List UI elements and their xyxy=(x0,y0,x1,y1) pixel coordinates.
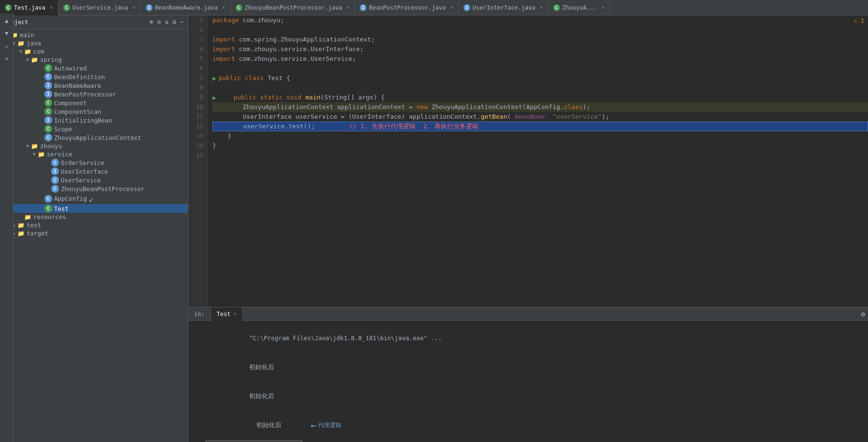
output-line-init1: 初始化后 xyxy=(206,353,863,382)
code-content[interactable]: package com.zhouyu; import com.spring.Zh… xyxy=(208,15,868,307)
bottom-output: "C:\Program Files\Java\jdk1.8.0_181\bin\… xyxy=(188,321,868,442)
tab-bpp[interactable]: I BeanPostProcessor.java × xyxy=(355,0,459,15)
code-line-10: ZhouyuApplicationContext applicationCont… xyxy=(212,102,868,112)
sidebar-icon-5[interactable]: − xyxy=(180,18,184,26)
sidebar-icon-4[interactable]: ⚙ xyxy=(172,18,176,26)
sidebar-item-test-folder[interactable]: ▶ 📁 test xyxy=(0,221,188,229)
label-spring: spring xyxy=(40,56,62,63)
tab-close-bna[interactable]: × xyxy=(222,4,225,11)
sidebar-item-zhouyu[interactable]: ▼ 📁 zhouyu xyxy=(0,142,188,150)
tab-zhouyubpp[interactable]: C ZhouyuBeanPostProcessor.java × xyxy=(231,0,355,15)
line-num-8: 8 xyxy=(188,83,203,93)
sidebar-item-com[interactable]: ▼ 📁 com xyxy=(0,47,188,55)
tab-icon-bna: I xyxy=(146,4,153,11)
tab-icon-test: C xyxy=(5,4,12,11)
sidebar-icon-1[interactable]: ⊕ xyxy=(150,18,154,26)
label-zhouyu: zhouyu xyxy=(40,142,62,150)
sidebar-item-java[interactable]: ▼ 📁 java xyxy=(0,39,188,47)
sidebar-item-orderservice[interactable]: C OrderService xyxy=(0,158,188,167)
sidebar-item-component[interactable]: C Component xyxy=(0,98,188,107)
file-icon-userservice: C xyxy=(51,176,59,184)
sidebar-item-appconfig[interactable]: C AppConfig ↙ xyxy=(0,193,188,204)
output-init2-text: 初始化后 xyxy=(249,392,274,400)
file-icon-beandef: C xyxy=(44,73,52,81)
tab-close-zapp[interactable]: × xyxy=(602,4,605,11)
tab-icon-userservice: C xyxy=(63,4,70,11)
tab-close-bpp[interactable]: × xyxy=(450,4,453,11)
tab-close-ui[interactable]: × xyxy=(540,4,543,11)
sidebar-item-bna[interactable]: I BeanNameAware xyxy=(0,81,188,90)
tab-close-test[interactable]: × xyxy=(50,4,53,11)
editor-area: ⚠ 1 1 2 3 4 5 6 7 8 9 10 11 12 13 14 15 xyxy=(188,15,868,442)
sidebar-item-main[interactable]: ▼ 📁 main xyxy=(0,31,188,39)
sidebar-item-zac[interactable]: C ZhouyuApplicationContext xyxy=(0,133,188,142)
line-num-6: 6 xyxy=(188,64,203,73)
sidebar-icon-2[interactable]: ≡ xyxy=(157,18,161,26)
folder-icon-service: 📁 xyxy=(38,151,45,158)
label-scope: Scope xyxy=(54,125,72,133)
sidebar-item-initbean[interactable]: I InitializingBean xyxy=(0,116,188,124)
tab-close-zhouyubpp[interactable]: × xyxy=(347,4,350,11)
file-icon-zbpp: C xyxy=(51,185,59,193)
label-zbpp: ZhouyuBeanPostProcessor xyxy=(61,185,144,193)
folder-icon-resources: 📁 xyxy=(24,214,31,221)
bottom-tab-in[interactable]: in: xyxy=(188,307,211,321)
tab-beannameaware[interactable]: I BeanNameAware.java × xyxy=(141,0,231,15)
tab-label-bna: BeanNameAware.java xyxy=(155,4,218,11)
tab-label-test: Test.java xyxy=(14,4,45,11)
file-icon-zac: C xyxy=(44,134,52,141)
bottom-panel-gear[interactable]: ⚙ xyxy=(861,310,865,318)
folder-icon-java: 📁 xyxy=(17,40,25,47)
code-line-8 xyxy=(212,83,868,93)
tab-userservice[interactable]: C UserService.java × xyxy=(58,0,141,15)
code-line-13: } xyxy=(212,131,868,141)
tab-userinterface[interactable]: I UserInterface.java × xyxy=(459,0,548,15)
sidebar-item-zbpp[interactable]: C ZhouyuBeanPostProcessor xyxy=(0,184,188,193)
line-num-14: 14 xyxy=(188,141,203,151)
line-num-15: 15 xyxy=(188,151,203,160)
sidebar-item-target[interactable]: ▶ 📁 target xyxy=(0,229,188,237)
code-editor[interactable]: ⚠ 1 1 2 3 4 5 6 7 8 9 10 11 12 13 14 15 xyxy=(188,15,868,307)
sidebar-icon-3[interactable]: ⇅ xyxy=(165,18,169,26)
file-icon-bna: I xyxy=(44,82,52,89)
bottom-tab-test[interactable]: Test × xyxy=(211,307,243,321)
line-num-3: 3 xyxy=(188,35,203,44)
code-line-11: UserInterface userService = (UserInterfa… xyxy=(212,112,868,122)
file-icon-scope: C xyxy=(44,125,52,133)
sidebar-tree: ▼ 📁 main ▼ 📁 java ▼ 📁 com ▼ xyxy=(0,29,188,442)
sidebar-item-scope[interactable]: C Scope xyxy=(0,124,188,133)
sidebar-item-test[interactable]: C Test xyxy=(0,204,188,213)
sidebar-item-userservice[interactable]: C UserService xyxy=(0,176,188,184)
folder-icon-target: 📁 xyxy=(17,230,25,237)
label-beandef: BeanDefinition xyxy=(54,73,105,81)
sidebar-item-beandef[interactable]: C BeanDefinition xyxy=(0,72,188,81)
sidebar-item-spring[interactable]: ▼ 📁 spring xyxy=(0,55,188,64)
tab-close-userservice[interactable]: × xyxy=(132,4,136,11)
arrow-annotation-appconfig: ↙ xyxy=(89,193,94,204)
tab-test-java[interactable]: C Test.java × xyxy=(0,0,58,15)
sidebar-item-userinterface[interactable]: I UserInterface xyxy=(0,167,188,176)
tab-zhouyu-app[interactable]: C ZhouyuA... × xyxy=(548,0,610,15)
output-init3-row: 初始化后 ← 代理逻辑 xyxy=(206,411,863,440)
code-line-5: import com.zhouyu.service.UserService; xyxy=(212,54,868,64)
sidebar-item-autowired[interactable]: C Autowired xyxy=(0,64,188,72)
label-target: target xyxy=(27,230,48,237)
sidebar-item-service[interactable]: ▼ 📁 service xyxy=(0,150,188,158)
bottom-tab-in-label: in: xyxy=(194,311,205,318)
tab-label-zapp: ZhouyuA... xyxy=(562,4,597,11)
label-test-folder: test xyxy=(27,221,41,229)
bottom-tab-test-close[interactable]: × xyxy=(234,311,237,317)
bottom-panel: in: Test × ⚙ ▲ ▼ ↵ ≡ "C xyxy=(188,307,868,442)
label-service: service xyxy=(47,151,72,158)
sidebar-item-resources[interactable]: 📁 resources xyxy=(0,213,188,221)
label-initbean: InitializingBean xyxy=(54,117,112,124)
output-line-init2: 初始化后 xyxy=(206,382,863,411)
sidebar-icons: ⊕ ≡ ⇅ ⚙ − xyxy=(150,18,184,26)
code-line-3: import com.spring.ZhouyuApplicationConte… xyxy=(212,35,868,44)
line-num-9: 9 xyxy=(188,93,203,102)
folder-icon-zhouyu: 📁 xyxy=(31,143,38,150)
file-icon-component: C xyxy=(44,99,52,107)
file-icon-userinterface: I xyxy=(51,167,59,175)
sidebar-item-bpp[interactable]: I BeanPostProcessor xyxy=(0,90,188,98)
sidebar-item-componentscan[interactable]: C ComponentScan xyxy=(0,107,188,116)
